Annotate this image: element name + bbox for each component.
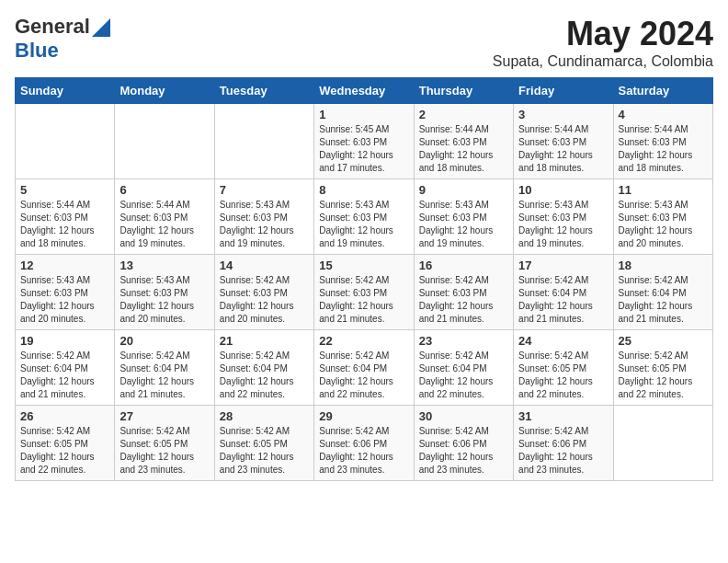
calendar-cell — [16, 104, 115, 179]
day-number: 6 — [119, 183, 209, 197]
calendar-cell — [115, 104, 214, 179]
weekday-header-sunday: Sunday — [16, 78, 115, 104]
day-number: 4 — [619, 108, 708, 121]
day-number: 16 — [419, 259, 508, 272]
logo-blue-text: Blue — [15, 39, 59, 63]
calendar-cell: 14Sunrise: 5:42 AM Sunset: 6:03 PM Dayli… — [214, 255, 313, 330]
calendar-cell: 2Sunrise: 5:44 AM Sunset: 6:03 PM Daylig… — [414, 104, 513, 179]
day-info: Sunrise: 5:42 AM Sunset: 6:04 PM Dayligh… — [20, 350, 109, 401]
calendar-cell: 3Sunrise: 5:44 AM Sunset: 6:03 PM Daylig… — [514, 104, 613, 179]
day-info: Sunrise: 5:42 AM Sunset: 6:04 PM Dayligh… — [119, 350, 209, 401]
day-info: Sunrise: 5:45 AM Sunset: 6:03 PM Dayligh… — [319, 123, 408, 175]
calendar-cell: 25Sunrise: 5:42 AM Sunset: 6:05 PM Dayli… — [613, 330, 712, 406]
day-number: 3 — [518, 108, 608, 121]
day-number: 5 — [20, 183, 109, 197]
day-number: 15 — [319, 259, 408, 272]
calendar-week-row-3: 12Sunrise: 5:43 AM Sunset: 6:03 PM Dayli… — [16, 255, 713, 330]
day-number: 9 — [419, 183, 508, 197]
day-number: 31 — [518, 409, 608, 423]
calendar-cell: 13Sunrise: 5:43 AM Sunset: 6:03 PM Dayli… — [115, 255, 214, 330]
calendar-table: SundayMondayTuesdayWednesdayThursdayFrid… — [15, 77, 713, 481]
page-header: General Blue May 2024 Supata, Cundinamar… — [15, 15, 713, 70]
calendar-cell: 21Sunrise: 5:42 AM Sunset: 6:04 PM Dayli… — [214, 330, 313, 406]
calendar-cell: 1Sunrise: 5:45 AM Sunset: 6:03 PM Daylig… — [314, 104, 414, 179]
day-number: 17 — [518, 259, 608, 272]
day-number: 30 — [419, 409, 508, 423]
calendar-cell: 12Sunrise: 5:43 AM Sunset: 6:03 PM Dayli… — [16, 255, 115, 330]
day-info: Sunrise: 5:42 AM Sunset: 6:05 PM Dayligh… — [619, 350, 708, 401]
day-number: 21 — [220, 334, 309, 348]
day-info: Sunrise: 5:42 AM Sunset: 6:04 PM Dayligh… — [518, 274, 608, 326]
day-number: 20 — [119, 334, 209, 348]
calendar-cell: 15Sunrise: 5:42 AM Sunset: 6:03 PM Dayli… — [314, 255, 414, 330]
day-info: Sunrise: 5:43 AM Sunset: 6:03 PM Dayligh… — [419, 199, 508, 250]
day-info: Sunrise: 5:42 AM Sunset: 6:05 PM Dayligh… — [518, 350, 608, 401]
calendar-week-row-5: 26Sunrise: 5:42 AM Sunset: 6:05 PM Dayli… — [16, 406, 713, 481]
day-number: 12 — [20, 259, 109, 272]
day-number: 1 — [319, 108, 408, 121]
weekday-header-friday: Friday — [514, 78, 613, 104]
calendar-cell: 4Sunrise: 5:44 AM Sunset: 6:03 PM Daylig… — [613, 104, 712, 179]
weekday-header-wednesday: Wednesday — [314, 78, 414, 104]
calendar-cell: 28Sunrise: 5:42 AM Sunset: 6:05 PM Dayli… — [214, 406, 313, 481]
weekday-header-tuesday: Tuesday — [214, 78, 313, 104]
day-number: 25 — [619, 334, 708, 348]
logo-general-text: General — [15, 15, 90, 39]
calendar-cell: 24Sunrise: 5:42 AM Sunset: 6:05 PM Dayli… — [514, 330, 613, 406]
day-number: 22 — [319, 334, 408, 348]
weekday-header-thursday: Thursday — [414, 78, 513, 104]
logo-icon — [92, 18, 110, 37]
day-info: Sunrise: 5:42 AM Sunset: 6:06 PM Dayligh… — [419, 425, 508, 477]
day-info: Sunrise: 5:42 AM Sunset: 6:04 PM Dayligh… — [319, 350, 408, 401]
day-info: Sunrise: 5:43 AM Sunset: 6:03 PM Dayligh… — [119, 274, 209, 326]
day-info: Sunrise: 5:42 AM Sunset: 6:03 PM Dayligh… — [319, 274, 408, 326]
day-info: Sunrise: 5:44 AM Sunset: 6:03 PM Dayligh… — [619, 123, 708, 175]
calendar-cell: 17Sunrise: 5:42 AM Sunset: 6:04 PM Dayli… — [514, 255, 613, 330]
day-info: Sunrise: 5:42 AM Sunset: 6:05 PM Dayligh… — [20, 425, 109, 477]
day-info: Sunrise: 5:44 AM Sunset: 6:03 PM Dayligh… — [518, 123, 608, 175]
day-info: Sunrise: 5:42 AM Sunset: 6:04 PM Dayligh… — [220, 350, 309, 401]
day-info: Sunrise: 5:43 AM Sunset: 6:03 PM Dayligh… — [20, 274, 109, 326]
day-info: Sunrise: 5:43 AM Sunset: 6:03 PM Dayligh… — [619, 199, 708, 250]
svg-marker-0 — [92, 18, 110, 37]
calendar-cell: 6Sunrise: 5:44 AM Sunset: 6:03 PM Daylig… — [115, 179, 214, 255]
calendar-cell: 20Sunrise: 5:42 AM Sunset: 6:04 PM Dayli… — [115, 330, 214, 406]
day-number: 8 — [319, 183, 408, 197]
calendar-cell: 31Sunrise: 5:42 AM Sunset: 6:06 PM Dayli… — [514, 406, 613, 481]
calendar-cell: 11Sunrise: 5:43 AM Sunset: 6:03 PM Dayli… — [613, 179, 712, 255]
location-subtitle: Supata, Cundinamarca, Colombia — [493, 53, 713, 70]
calendar-cell: 10Sunrise: 5:43 AM Sunset: 6:03 PM Dayli… — [514, 179, 613, 255]
calendar-cell: 27Sunrise: 5:42 AM Sunset: 6:05 PM Dayli… — [115, 406, 214, 481]
day-number: 27 — [119, 409, 209, 423]
day-info: Sunrise: 5:43 AM Sunset: 6:03 PM Dayligh… — [518, 199, 608, 250]
day-info: Sunrise: 5:44 AM Sunset: 6:03 PM Dayligh… — [20, 199, 109, 250]
calendar-cell: 8Sunrise: 5:43 AM Sunset: 6:03 PM Daylig… — [314, 179, 414, 255]
weekday-header-row: SundayMondayTuesdayWednesdayThursdayFrid… — [16, 78, 713, 104]
calendar-week-row-4: 19Sunrise: 5:42 AM Sunset: 6:04 PM Dayli… — [16, 330, 713, 406]
day-number: 7 — [220, 183, 309, 197]
calendar-cell: 29Sunrise: 5:42 AM Sunset: 6:06 PM Dayli… — [314, 406, 414, 481]
calendar-cell: 30Sunrise: 5:42 AM Sunset: 6:06 PM Dayli… — [414, 406, 513, 481]
day-info: Sunrise: 5:42 AM Sunset: 6:05 PM Dayligh… — [220, 425, 309, 477]
calendar-cell: 19Sunrise: 5:42 AM Sunset: 6:04 PM Dayli… — [16, 330, 115, 406]
day-number: 26 — [20, 409, 109, 423]
weekday-header-monday: Monday — [115, 78, 214, 104]
day-info: Sunrise: 5:43 AM Sunset: 6:03 PM Dayligh… — [220, 199, 309, 250]
day-info: Sunrise: 5:42 AM Sunset: 6:03 PM Dayligh… — [220, 274, 309, 326]
day-info: Sunrise: 5:42 AM Sunset: 6:05 PM Dayligh… — [119, 425, 209, 477]
calendar-cell: 16Sunrise: 5:42 AM Sunset: 6:03 PM Dayli… — [414, 255, 513, 330]
day-number: 19 — [20, 334, 109, 348]
calendar-cell: 9Sunrise: 5:43 AM Sunset: 6:03 PM Daylig… — [414, 179, 513, 255]
calendar-cell: 7Sunrise: 5:43 AM Sunset: 6:03 PM Daylig… — [214, 179, 313, 255]
day-number: 18 — [619, 259, 708, 272]
calendar-cell: 23Sunrise: 5:42 AM Sunset: 6:04 PM Dayli… — [414, 330, 513, 406]
day-number: 13 — [119, 259, 209, 272]
day-number: 28 — [220, 409, 309, 423]
day-info: Sunrise: 5:43 AM Sunset: 6:03 PM Dayligh… — [319, 199, 408, 250]
day-info: Sunrise: 5:42 AM Sunset: 6:04 PM Dayligh… — [419, 350, 508, 401]
calendar-cell: 5Sunrise: 5:44 AM Sunset: 6:03 PM Daylig… — [16, 179, 115, 255]
calendar-cell: 22Sunrise: 5:42 AM Sunset: 6:04 PM Dayli… — [314, 330, 414, 406]
day-number: 23 — [419, 334, 508, 348]
logo: General Blue — [15, 15, 110, 63]
calendar-cell: 26Sunrise: 5:42 AM Sunset: 6:05 PM Dayli… — [16, 406, 115, 481]
